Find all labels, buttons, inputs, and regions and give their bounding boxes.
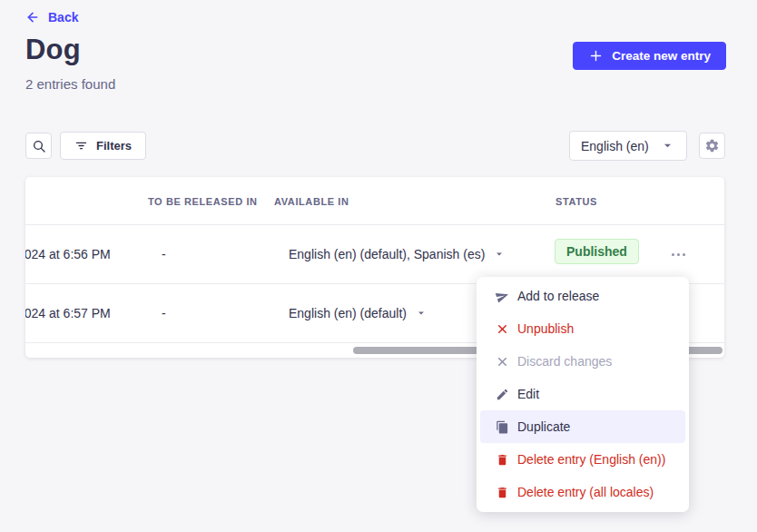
column-header-status[interactable]: STATUS [555, 196, 597, 207]
chevron-down-icon[interactable] [415, 307, 428, 320]
create-new-entry-label: Create new entry [612, 49, 711, 63]
filters-button[interactable]: Filters [60, 132, 146, 160]
close-icon [495, 322, 509, 336]
column-header-to-be-released-in[interactable]: TO BE RELEASED IN [148, 196, 258, 207]
arrow-left-icon [25, 10, 40, 25]
to-be-released-in-cell: - [162, 306, 166, 320]
gear-icon [704, 138, 720, 153]
back-label: Back [48, 10, 78, 25]
create-new-entry-button[interactable]: Create new entry [573, 42, 726, 70]
table-header-row: TO BE RELEASED IN AVAILABLE IN STATUS [25, 177, 724, 225]
more-actions-button[interactable] [664, 245, 693, 263]
to-be-released-in-cell: - [162, 247, 166, 261]
row-actions-menu: Add to release Unpublish Discard changes… [477, 277, 689, 512]
entries-count: 2 entries found [25, 76, 115, 92]
filters-label: Filters [96, 139, 132, 153]
send-icon [493, 287, 511, 304]
chevron-down-icon[interactable] [493, 248, 506, 261]
back-link[interactable]: Back [25, 10, 78, 25]
available-in-value: English (en) (default) [289, 306, 407, 320]
close-icon [495, 355, 509, 369]
available-in-cell: English (en) (default) [289, 306, 428, 320]
locale-select-value: English (en) [581, 139, 649, 153]
view-settings-button[interactable] [699, 133, 725, 159]
search-button[interactable] [25, 133, 52, 159]
menu-item-delete-entry-locale[interactable]: Delete entry (English (en)) [480, 443, 685, 476]
chevron-down-icon [660, 138, 675, 153]
updated-cell: 2024 at 6:56 PM [25, 247, 111, 261]
trash-icon [495, 486, 509, 499]
column-header-available-in[interactable]: AVAILABLE IN [274, 196, 349, 207]
menu-item-delete-entry-all-locales[interactable]: Delete entry (all locales) [480, 476, 685, 508]
available-in-value: English (en) (default), Spanish (es) [289, 247, 485, 261]
menu-item-unpublish[interactable]: Unpublish [480, 312, 685, 345]
filter-icon [74, 139, 88, 153]
pencil-icon [495, 388, 509, 401]
locale-select[interactable]: English (en) [569, 131, 687, 161]
status-badge: Published [555, 239, 639, 264]
available-in-cell: English (en) (default), Spanish (es) [289, 247, 506, 261]
content-manager-page: Back Dog 2 entries found Create new entr… [0, 0, 757, 532]
search-icon [32, 139, 46, 153]
menu-item-edit[interactable]: Edit [480, 378, 685, 410]
menu-item-add-to-release[interactable]: Add to release [480, 280, 685, 312]
trash-icon [495, 453, 509, 467]
plus-icon [588, 48, 604, 64]
updated-cell: 2024 at 6:57 PM [25, 306, 111, 320]
menu-item-discard-changes: Discard changes [480, 345, 685, 378]
copy-icon [495, 420, 509, 434]
more-horizontal-icon [672, 253, 674, 256]
page-title: Dog [25, 34, 81, 66]
menu-item-duplicate[interactable]: Duplicate [480, 410, 685, 443]
table-row[interactable]: 2024 at 6:56 PM - English (en) (default)… [25, 225, 724, 284]
